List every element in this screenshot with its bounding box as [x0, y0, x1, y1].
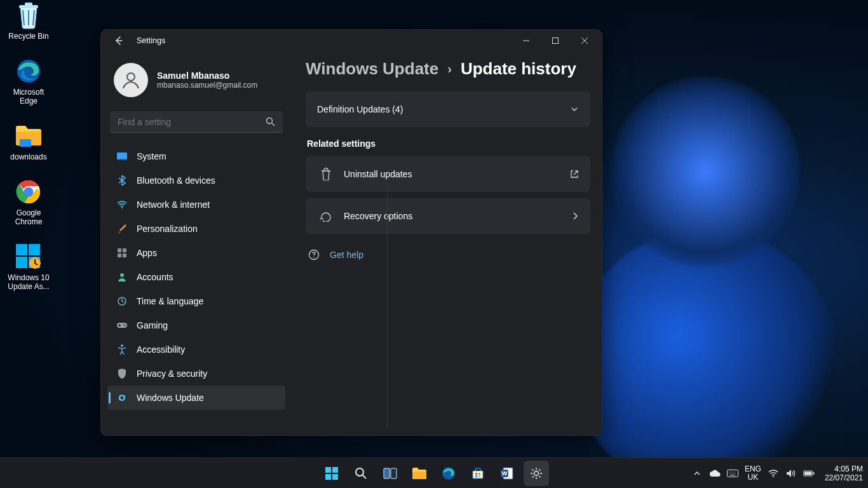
related-settings-heading: Related settings	[307, 139, 590, 149]
svg-rect-39	[473, 471, 483, 478]
nav-label: Accounts	[137, 272, 173, 282]
desktop-icons: Recycle Bin Microsoft Edge downloads Goo…	[4, 1, 61, 308]
nav-time[interactable]: Time & language	[107, 289, 285, 313]
sidebar: Samuel Mbanaso mbanaso.samuel@gmail.com …	[101, 51, 292, 435]
maximize-button[interactable]	[541, 31, 570, 50]
svg-rect-3	[20, 139, 31, 147]
taskbar-store[interactable]	[465, 461, 491, 486]
search-box[interactable]	[110, 111, 283, 133]
svg-rect-19	[123, 248, 126, 252]
trash-icon	[317, 168, 335, 180]
nav-label: Accessibility	[137, 344, 185, 355]
language-indicator[interactable]: ENG UK	[745, 465, 761, 482]
keyboard-icon[interactable]	[727, 468, 738, 479]
desktop-downloads[interactable]: downloads	[4, 122, 53, 161]
tray-overflow[interactable]	[691, 468, 703, 479]
search-input[interactable]	[118, 117, 266, 127]
clock[interactable]: 4:05 PM 22/07/2021	[825, 464, 863, 482]
desktop-update-assistant[interactable]: Windows 10 Update As...	[4, 243, 53, 291]
desktop-label: Recycle Bin	[4, 32, 53, 41]
nav-privacy[interactable]: Privacy & security	[107, 362, 285, 386]
nav-label: Windows Update	[137, 393, 204, 403]
taskbar-word[interactable]: W	[494, 461, 520, 486]
avatar-icon	[114, 63, 148, 97]
card-label: Definition Updates (4)	[317, 104, 570, 114]
recovery-icon	[317, 210, 335, 222]
back-button[interactable]	[110, 32, 128, 50]
svg-rect-40	[475, 473, 477, 475]
recycle-bin-icon	[15, 1, 43, 29]
get-help-link[interactable]: Get help	[330, 250, 363, 260]
nav-label: Time & language	[137, 296, 203, 306]
svg-rect-18	[118, 248, 121, 252]
start-button[interactable]	[319, 461, 344, 486]
edge-icon	[15, 57, 43, 85]
desktop-label: Windows 10 Update As...	[4, 273, 53, 291]
onedrive-icon[interactable]	[709, 468, 721, 479]
wifi-icon	[116, 199, 128, 210]
nav-apps[interactable]: Apps	[107, 241, 285, 265]
nav-personalization[interactable]: Personalization	[107, 217, 285, 241]
taskbar-edge[interactable]	[436, 461, 461, 486]
close-button[interactable]	[570, 31, 599, 50]
clock-date: 22/07/2021	[825, 473, 863, 482]
titlebar: Settings	[101, 30, 602, 51]
nav-label: Bluetooth & devices	[137, 175, 215, 186]
taskbar-taskview[interactable]	[377, 461, 403, 486]
nav-accounts[interactable]: Accounts	[107, 265, 285, 289]
taskbar-center: W	[319, 461, 549, 486]
open-external-icon	[570, 170, 579, 179]
chevron-right-icon: ›	[447, 62, 452, 76]
taskbar: W ENG UK 4:05 PM 22/07/2021	[0, 458, 868, 488]
svg-text:W: W	[502, 470, 508, 477]
nav-windows-update[interactable]: Windows Update	[107, 386, 285, 410]
main-panel: Windows Update › Update history Definiti…	[292, 51, 602, 435]
taskbar-search[interactable]	[348, 461, 374, 486]
window-title: Settings	[137, 36, 165, 45]
clock-icon	[116, 295, 128, 307]
breadcrumb-parent[interactable]: Windows Update	[306, 59, 438, 79]
wifi-tray-icon[interactable]	[768, 468, 779, 479]
desktop-chrome[interactable]: Google Chrome	[4, 178, 53, 226]
nav-gaming[interactable]: Gaming	[107, 313, 285, 337]
svg-point-17	[121, 207, 123, 208]
svg-rect-8	[29, 244, 40, 255]
uninstall-updates-card[interactable]: Uninstall updates	[306, 156, 590, 192]
svg-point-27	[121, 344, 123, 347]
svg-rect-20	[118, 254, 121, 257]
svg-rect-32	[325, 474, 331, 480]
desktop-recycle-bin[interactable]: Recycle Bin	[4, 1, 53, 41]
card-label: Recovery options	[344, 211, 571, 221]
desktop-edge[interactable]: Microsoft Edge	[4, 57, 53, 105]
desktop-label: Google Chrome	[4, 208, 53, 226]
nav-bluetooth[interactable]: Bluetooth & devices	[107, 168, 285, 193]
taskbar-settings[interactable]	[524, 461, 549, 486]
svg-point-14	[267, 118, 273, 124]
profile[interactable]: Samuel Mbanaso mbanaso.samuel@gmail.com	[107, 51, 285, 109]
brush-icon	[116, 223, 128, 234]
chevron-right-icon	[571, 212, 579, 220]
nav-accessibility[interactable]: Accessibility	[107, 337, 285, 362]
lang-line2: UK	[745, 473, 761, 482]
taskbar-explorer[interactable]	[407, 461, 432, 486]
folder-icon	[15, 122, 43, 150]
volume-icon[interactable]	[785, 468, 797, 479]
minimize-button[interactable]	[512, 31, 541, 50]
recovery-options-card[interactable]: Recovery options	[306, 198, 590, 234]
nav-label: Privacy & security	[137, 369, 207, 379]
breadcrumb-current: Update history	[461, 59, 576, 79]
nav-label: Gaming	[137, 320, 168, 330]
nav-system[interactable]: System	[107, 144, 285, 168]
battery-icon[interactable]	[803, 468, 815, 479]
profile-name: Samuel Mbanaso	[157, 71, 257, 81]
svg-rect-36	[391, 468, 397, 478]
definition-updates-expander[interactable]: Definition Updates (4)	[306, 92, 590, 127]
lang-line1: ENG	[745, 465, 761, 473]
desktop-label: Microsoft Edge	[4, 88, 53, 105]
svg-rect-7	[16, 244, 27, 255]
nav-label: System	[137, 151, 166, 161]
svg-point-49	[773, 476, 774, 477]
nav-network[interactable]: Network & internet	[107, 193, 285, 217]
svg-rect-43	[478, 475, 480, 477]
account-icon	[116, 271, 128, 283]
